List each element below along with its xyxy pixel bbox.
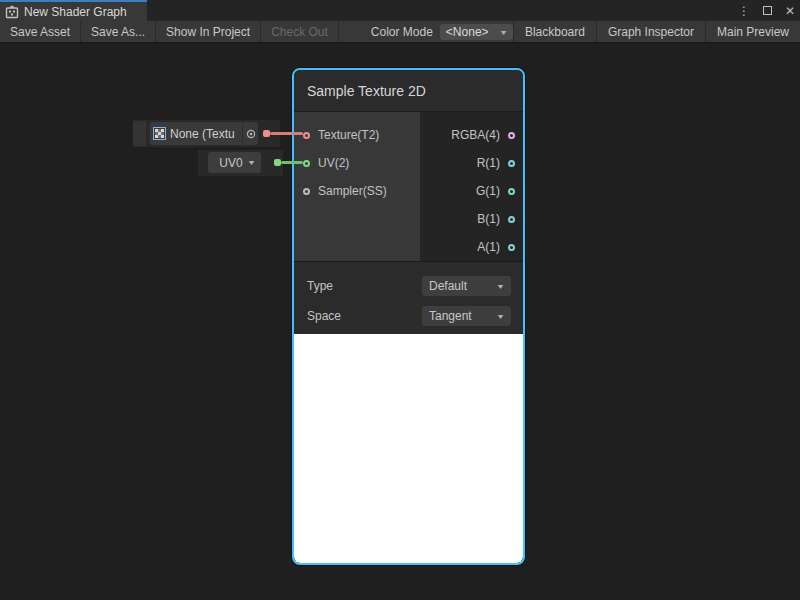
chevron-down-icon: ▼: [496, 283, 505, 290]
space-value: Tangent: [429, 309, 497, 323]
texture-field-value: None (Textu: [170, 127, 242, 141]
port-row-a: A(1): [420, 233, 523, 261]
port-label: B(1): [477, 212, 500, 226]
output-port-g[interactable]: [508, 188, 515, 195]
space-setting-row: Space Tangent ▼: [307, 301, 511, 331]
close-icon[interactable]: ✕: [785, 4, 795, 18]
port-row-rgba: RGBA(4): [420, 121, 523, 149]
main-preview-toggle-button[interactable]: Main Preview: [705, 21, 800, 42]
port-row-r: R(1): [420, 149, 523, 177]
graph-canvas[interactable]: None (Textu UV0 ▼ Sample Texture 2D: [0, 43, 800, 600]
input-port-texture[interactable]: [303, 132, 310, 139]
node-port-section: Texture(T2) UV(2) Sampler(SS) RGBA(4): [294, 112, 523, 261]
port-row-texture: Texture(T2): [294, 121, 420, 149]
uv-edge-wire[interactable]: [281, 161, 303, 164]
output-port-r[interactable]: [508, 160, 515, 167]
input-port-sampler[interactable]: [303, 188, 310, 195]
save-asset-button[interactable]: Save Asset: [0, 21, 81, 42]
port-row-uv: UV(2): [294, 149, 420, 177]
port-row-b: B(1): [420, 205, 523, 233]
space-dropdown[interactable]: Tangent ▼: [422, 306, 511, 326]
check-out-button: Check Out: [261, 21, 339, 42]
port-label: Sampler(SS): [318, 184, 387, 198]
port-label: RGBA(4): [451, 128, 500, 142]
show-in-project-button[interactable]: Show In Project: [156, 21, 261, 42]
node-inputs-column: Texture(T2) UV(2) Sampler(SS): [294, 112, 420, 261]
maximize-icon[interactable]: [763, 6, 772, 15]
uv-channel-value: UV0: [214, 156, 248, 170]
chevron-down-icon: ▼: [496, 313, 505, 320]
tab-title: New Shader Graph: [24, 5, 127, 19]
texture-port-input-pad: [133, 121, 146, 146]
port-row-g: G(1): [420, 177, 523, 205]
chevron-down-icon: ▼: [499, 29, 508, 36]
window-controls: ⋮ ✕: [738, 0, 795, 21]
color-mode-dropdown[interactable]: <None> ▼: [440, 24, 513, 40]
port-label: G(1): [476, 184, 500, 198]
texture-connector-dot: [263, 130, 270, 137]
tab-new-shader-graph[interactable]: New Shader Graph: [0, 0, 147, 21]
shader-graph-asset-icon: [5, 5, 19, 19]
save-as-button[interactable]: Save As...: [81, 21, 156, 42]
blackboard-toggle-button[interactable]: Blackboard: [513, 21, 596, 42]
color-mode-value: <None>: [446, 25, 500, 39]
type-setting-row: Type Default ▼: [307, 271, 511, 301]
object-picker-icon[interactable]: [242, 122, 258, 145]
output-port-b[interactable]: [508, 216, 515, 223]
type-dropdown[interactable]: Default ▼: [422, 276, 511, 296]
space-label: Space: [307, 309, 422, 323]
graph-inspector-toggle-button[interactable]: Graph Inspector: [596, 21, 705, 42]
port-label: Texture(T2): [318, 128, 379, 142]
input-port-uv[interactable]: [303, 160, 310, 167]
port-label: R(1): [477, 156, 500, 170]
toolbar-right-group: Blackboard Graph Inspector Main Preview: [513, 21, 800, 42]
shader-graph-window: New Shader Graph ⋮ ✕ Save Asset Save As.…: [0, 0, 800, 600]
node-sample-texture-2d[interactable]: Sample Texture 2D Texture(T2) UV(2) Samp…: [292, 68, 525, 565]
node-title[interactable]: Sample Texture 2D: [294, 70, 523, 112]
port-row-sampler: Sampler(SS): [294, 177, 420, 205]
color-mode-label: Color Mode: [371, 21, 433, 42]
more-menu-icon[interactable]: ⋮: [738, 4, 750, 18]
texture-edge-wire[interactable]: [270, 132, 303, 135]
toolbar: Save Asset Save As... Show In Project Ch…: [0, 21, 800, 43]
texture-object-field[interactable]: None (Textu: [150, 122, 258, 145]
type-label: Type: [307, 279, 422, 293]
uv-connector-dot: [274, 159, 281, 166]
type-value: Default: [429, 279, 497, 293]
node-outputs-column: RGBA(4) R(1) G(1) B(1): [420, 112, 523, 261]
title-bar: New Shader Graph ⋮ ✕: [0, 0, 800, 21]
node-settings-section: Type Default ▼ Space Tangent ▼: [294, 262, 523, 334]
chevron-down-icon: ▼: [247, 159, 256, 166]
output-port-a[interactable]: [508, 244, 515, 251]
port-label: A(1): [477, 240, 500, 254]
port-label: UV(2): [318, 156, 349, 170]
uv-channel-dropdown[interactable]: UV0 ▼: [208, 152, 261, 173]
texture-thumbnail-icon: [153, 127, 166, 140]
node-preview-area: [294, 334, 523, 563]
output-port-rgba[interactable]: [508, 132, 515, 139]
